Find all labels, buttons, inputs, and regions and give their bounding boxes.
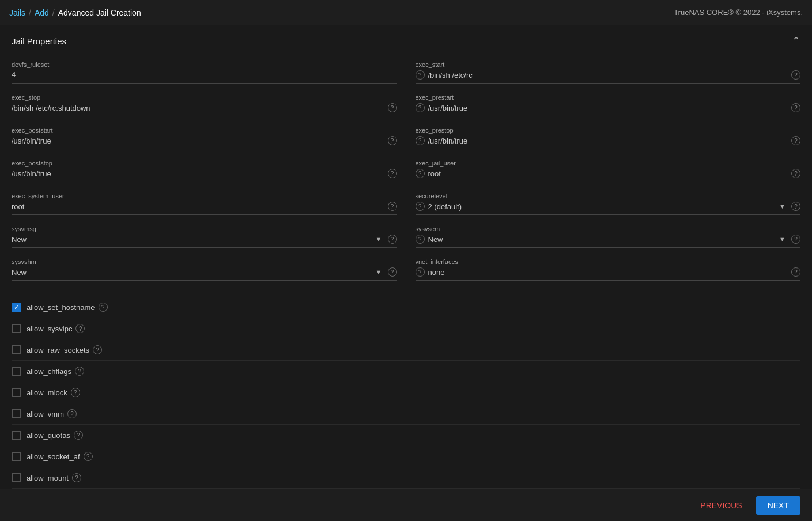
- exec-poststart-with-icon: /usr/bin/true: [12, 137, 384, 145]
- vnet-interfaces-text: none: [428, 268, 445, 277]
- help-exec-prestop[interactable]: ?: [416, 136, 425, 145]
- sysvmsg-text: New: [12, 235, 372, 244]
- help-exec-system-user[interactable]: ?: [388, 202, 397, 211]
- value-exec-poststart: /usr/bin/true ?: [12, 136, 397, 145]
- help-exec-prestop-right[interactable]: ?: [791, 136, 800, 145]
- help-allow-sysvipc[interactable]: ?: [75, 324, 85, 333]
- form-row-6: sysvmsg New ▼ ? sysvsem ? New ▼ ?: [12, 221, 800, 252]
- help-vnet-interfaces[interactable]: ?: [416, 267, 425, 277]
- help-sysvmsg[interactable]: ?: [388, 235, 397, 244]
- breadcrumb-current: Advanced Jail Creation: [58, 8, 141, 17]
- field-devfs-ruleset: devfs_ruleset 4: [12, 56, 397, 84]
- checkbox-row-allow-socket-af: allow_socket_af ?: [12, 446, 800, 467]
- field-exec-prestart: exec_prestart ? /usr/bin/true ?: [416, 89, 801, 116]
- collapse-icon[interactable]: ⌃: [792, 35, 800, 47]
- value-exec-system-user: root ?: [12, 202, 397, 211]
- exec-prestart-with-icon: ? /usr/bin/true: [416, 103, 788, 112]
- exec-start-text: /bin/sh /etc/rc: [428, 71, 473, 80]
- sysvmsg-arrow: ▼: [376, 236, 382, 243]
- label-sysvsem: sysvsem: [416, 225, 801, 232]
- checkbox-allow-sysvipc[interactable]: [12, 324, 21, 333]
- checkbox-row-allow-mlock: allow_mlock ?: [12, 382, 800, 403]
- help-allow-raw-sockets[interactable]: ?: [93, 345, 102, 354]
- label-allow-mount: allow_mount ?: [27, 473, 81, 482]
- header-brand: TrueNAS CORE® © 2022 - iXsystems,: [674, 8, 803, 17]
- section-title: Jail Properties: [12, 36, 66, 46]
- help-exec-start[interactable]: ?: [416, 70, 425, 80]
- checkbox-allow-quotas[interactable]: [12, 431, 21, 440]
- help-vnet-interfaces-right[interactable]: ?: [791, 267, 800, 277]
- help-sysvshm[interactable]: ?: [388, 267, 397, 277]
- exec-start-with-icon: ? /bin/sh /etc/rc: [416, 70, 788, 80]
- checkbox-row-allow-set-hostname: allow_set_hostname ?: [12, 297, 800, 318]
- checkbox-row-allow-vmm: allow_vmm ?: [12, 403, 800, 425]
- securelevel-arrow: ▼: [779, 203, 785, 210]
- help-allow-mlock[interactable]: ?: [71, 388, 80, 397]
- checkbox-allow-mount[interactable]: [12, 473, 21, 482]
- form-row-1: devfs_ruleset 4 exec_start ? /bin/sh /et…: [12, 56, 800, 88]
- help-exec-poststart[interactable]: ?: [388, 136, 397, 145]
- exec-stop-text: /bin/sh /etc/rc.shutdown: [12, 104, 90, 112]
- field-exec-system-user: exec_system_user root ?: [12, 188, 397, 215]
- help-exec-stop[interactable]: ?: [388, 103, 397, 112]
- vnet-interfaces-with-icon: ? none: [416, 267, 788, 277]
- form-row-4: exec_poststop /usr/bin/true ? exec_jail_…: [12, 155, 800, 187]
- help-exec-jail-user[interactable]: ?: [416, 169, 425, 178]
- label-allow-sysvipc: allow_sysvipc ?: [27, 324, 85, 333]
- checkbox-allow-raw-sockets[interactable]: [12, 345, 21, 354]
- help-allow-mount[interactable]: ?: [72, 473, 81, 482]
- help-securelevel-right[interactable]: ?: [791, 202, 800, 211]
- form-row-2: exec_stop /bin/sh /etc/rc.shutdown ? exe…: [12, 89, 800, 121]
- label-allow-vmm: allow_vmm ?: [27, 409, 77, 418]
- help-sysvsem-right[interactable]: ?: [791, 235, 800, 244]
- help-allow-quotas[interactable]: ?: [74, 431, 83, 440]
- form-row-7: sysvshm New ▼ ? vnet_interfaces ? none ?: [12, 254, 800, 285]
- checkbox-allow-vmm[interactable]: [12, 409, 21, 418]
- breadcrumb-sep-2: /: [52, 8, 55, 17]
- checkbox-allow-mlock[interactable]: [12, 388, 21, 397]
- label-vnet-interfaces: vnet_interfaces: [416, 258, 801, 265]
- label-allow-chflags: allow_chflags ?: [27, 367, 84, 376]
- field-sysvsem: sysvsem ? New ▼ ?: [416, 221, 801, 248]
- exec-jail-user-with-icon: ? root: [416, 169, 788, 178]
- label-exec-prestop: exec_prestop: [416, 127, 801, 134]
- help-allow-vmm[interactable]: ?: [67, 409, 77, 418]
- help-exec-prestart[interactable]: ?: [416, 103, 425, 112]
- breadcrumb-jails[interactable]: Jails: [9, 8, 25, 17]
- value-exec-prestop: ? /usr/bin/true ?: [416, 136, 801, 145]
- help-exec-prestart-right[interactable]: ?: [791, 103, 800, 112]
- sysvshm-text: New: [12, 268, 372, 277]
- label-allow-socket-af: allow_socket_af ?: [27, 452, 93, 461]
- help-exec-start-right[interactable]: ?: [791, 70, 800, 80]
- checkbox-allow-socket-af[interactable]: [12, 452, 21, 461]
- field-sysvshm: sysvshm New ▼ ?: [12, 254, 397, 281]
- main-content: Jail Properties ⌃ devfs_ruleset 4 exec_s…: [0, 25, 812, 489]
- field-sysvmsg: sysvmsg New ▼ ?: [12, 221, 397, 248]
- label-exec-start: exec_start: [416, 61, 801, 68]
- value-exec-jail-user: ? root ?: [416, 169, 801, 178]
- next-button[interactable]: NEXT: [756, 496, 800, 515]
- help-securelevel[interactable]: ?: [416, 202, 425, 211]
- help-exec-jail-user-right[interactable]: ?: [791, 169, 800, 178]
- help-allow-chflags[interactable]: ?: [75, 367, 84, 376]
- label-sysvshm: sysvshm: [12, 258, 397, 265]
- field-exec-poststart: exec_poststart /usr/bin/true ?: [12, 122, 397, 149]
- checkbox-allow-chflags[interactable]: [12, 367, 21, 376]
- help-allow-set-hostname[interactable]: ?: [99, 303, 108, 312]
- checkbox-allow-set-hostname[interactable]: [12, 303, 21, 312]
- breadcrumb-add[interactable]: Add: [35, 8, 49, 17]
- label-allow-raw-sockets: allow_raw_sockets ?: [27, 345, 102, 354]
- checkbox-row-allow-raw-sockets: allow_raw_sockets ?: [12, 339, 800, 361]
- value-sysvshm: New ▼ ?: [12, 267, 397, 277]
- exec-stop-with-icon: /bin/sh /etc/rc.shutdown: [12, 104, 384, 112]
- help-sysvsem[interactable]: ?: [416, 235, 425, 244]
- label-allow-mlock: allow_mlock ?: [27, 388, 80, 397]
- previous-button[interactable]: PREVIOUS: [693, 496, 749, 515]
- form-row-3: exec_poststart /usr/bin/true ? exec_pres…: [12, 122, 800, 154]
- breadcrumb-sep-1: /: [29, 8, 31, 17]
- form-row-5: exec_system_user root ? securelevel ? 2 …: [12, 188, 800, 220]
- help-allow-socket-af[interactable]: ?: [84, 452, 93, 461]
- label-allow-quotas: allow_quotas ?: [27, 431, 83, 440]
- sysvshm-with-icon: New: [12, 268, 372, 277]
- help-exec-poststop[interactable]: ?: [388, 169, 397, 178]
